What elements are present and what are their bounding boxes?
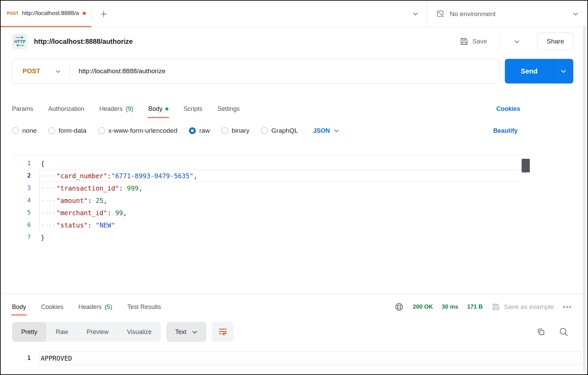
request-tabs: Params Authorization Headers(9) Body Scr… xyxy=(1,87,587,113)
tab-list-dropdown-button[interactable] xyxy=(410,10,421,18)
globe-icon[interactable] xyxy=(394,302,404,312)
code-line[interactable]: 5····"merchant_id":·99, xyxy=(12,207,520,219)
tab-headers[interactable]: Headers(9) xyxy=(99,105,133,113)
save-as-example-label: Save as example xyxy=(504,303,554,311)
chevron-down-icon xyxy=(192,331,197,334)
save-button[interactable]: Save xyxy=(459,37,487,46)
search-icon[interactable] xyxy=(559,327,569,337)
word-wrap-button[interactable] xyxy=(212,322,234,342)
status-badge[interactable]: 200 OK xyxy=(413,303,433,310)
line-number: 1 xyxy=(12,157,31,170)
response-time[interactable]: 30 ms xyxy=(442,303,458,310)
cookies-link[interactable]: Cookies xyxy=(496,105,520,113)
share-button[interactable]: Share xyxy=(537,33,573,50)
response-tabs: Body Cookies Headers(5) Test Results 200… xyxy=(1,302,587,312)
beautify-link[interactable]: Beautify xyxy=(493,127,517,134)
environment-selector[interactable]: No environment xyxy=(426,1,587,27)
tab-params[interactable]: Params xyxy=(12,105,33,113)
copy-icon[interactable] xyxy=(536,327,546,337)
chevron-down-icon xyxy=(561,69,566,73)
divider xyxy=(91,8,92,20)
send-button[interactable]: Send xyxy=(505,59,573,83)
request-tab[interactable]: POST http://localhost:8888/a xyxy=(1,1,91,27)
tab-settings[interactable]: Settings xyxy=(217,105,240,113)
request-body-editor[interactable]: 1{2····"card_number":"6771-8993-0479-563… xyxy=(12,155,520,294)
radio-x-www-form-urlencoded[interactable]: x-www-form-urlencoded xyxy=(98,127,178,134)
response-tab-test-results[interactable]: Test Results xyxy=(127,303,161,311)
radio-circle xyxy=(12,127,19,134)
send-options-chevron[interactable] xyxy=(553,59,573,83)
more-options-icon[interactable] xyxy=(563,305,572,309)
line-number: 6 xyxy=(12,219,31,231)
divider xyxy=(500,36,500,47)
line-number: 1 xyxy=(12,351,31,365)
code-content: APPROVED xyxy=(39,351,581,365)
code-line[interactable]: 7} xyxy=(12,231,520,244)
method-selector[interactable]: POST xyxy=(12,67,69,75)
save-as-example-button[interactable]: Save as example xyxy=(491,302,554,311)
code-content: ····"status":·"NEW" xyxy=(39,219,520,231)
tab-scripts[interactable]: Scripts xyxy=(183,105,202,113)
editor-scrollbar-thumb[interactable] xyxy=(522,159,530,172)
radio-circle-selected xyxy=(189,127,196,134)
view-raw[interactable]: Raw xyxy=(47,322,77,342)
response-headers-count: (5) xyxy=(105,303,112,311)
tab-title: http://localhost:8888/a xyxy=(22,10,79,17)
request-header: HTTP http://localhost:8888/authorize Sav… xyxy=(1,27,587,55)
response-toolbar-right xyxy=(536,327,569,337)
line-number: 4 xyxy=(12,194,31,207)
radio-binary[interactable]: binary xyxy=(221,127,250,134)
code-content: ····"merchant_id":·99, xyxy=(39,207,520,219)
tab-authorization[interactable]: Authorization xyxy=(48,105,84,113)
code-line[interactable]: 3····"transaction_id":·999, xyxy=(12,182,520,194)
chevron-down-icon xyxy=(55,70,61,73)
request-title: http://localhost:8888/authorize xyxy=(34,38,453,46)
view-preview[interactable]: Preview xyxy=(77,322,118,342)
code-content: } xyxy=(39,231,520,244)
url-box: POST http://localhost:8888/authorize xyxy=(12,59,500,83)
line-number: 3 xyxy=(12,182,31,194)
radio-circle xyxy=(261,127,268,134)
radio-none[interactable]: none xyxy=(12,127,37,134)
new-tab-button[interactable] xyxy=(97,7,111,21)
radio-circle xyxy=(48,127,55,134)
editor-lines: 1{2····"card_number":"6771-8993-0479-563… xyxy=(12,157,520,244)
save-options-chevron-button[interactable] xyxy=(511,37,522,46)
body-type-row: none form-data x-www-form-urlencoded raw… xyxy=(1,113,587,134)
chevron-down-icon xyxy=(334,129,339,132)
chevron-down-icon xyxy=(514,40,520,43)
radio-raw[interactable]: raw xyxy=(189,127,210,134)
code-content: ····"transaction_id":·999, xyxy=(39,182,520,194)
response-tab-body[interactable]: Body xyxy=(12,303,26,311)
code-line[interactable]: 1APPROVED xyxy=(12,351,587,365)
code-content: { xyxy=(39,157,520,170)
response-tab-headers[interactable]: Headers(5) xyxy=(78,303,112,311)
svg-text:HTTP: HTTP xyxy=(14,39,26,44)
code-line[interactable]: 6····"status":·"NEW" xyxy=(12,219,520,231)
language-selector[interactable]: JSON xyxy=(313,127,339,134)
send-label: Send xyxy=(505,59,553,83)
tab-body[interactable]: Body xyxy=(148,105,168,113)
chevron-down-icon xyxy=(413,12,418,15)
view-visualize[interactable]: Visualize xyxy=(118,322,161,342)
radio-circle xyxy=(221,127,228,134)
view-pretty[interactable]: Pretty xyxy=(12,322,47,342)
tab-method-label: POST xyxy=(7,11,18,16)
response-tab-cookies[interactable]: Cookies xyxy=(41,303,63,311)
response-body-viewer[interactable]: 1APPROVED xyxy=(1,351,587,365)
code-content: ····"card_number":"6771-8993-0479-5635", xyxy=(39,170,520,182)
radio-form-data[interactable]: form-data xyxy=(48,127,86,134)
response-lines: 1APPROVED xyxy=(12,351,587,365)
radio-graphql[interactable]: GraphQL xyxy=(261,127,298,134)
url-input[interactable]: http://localhost:8888/authorize xyxy=(70,67,499,75)
no-environment-icon xyxy=(436,9,445,18)
method-label: POST xyxy=(23,67,40,75)
code-line[interactable]: 1{ xyxy=(12,157,520,170)
chevron-down-icon xyxy=(573,12,578,15)
response-format-selector[interactable]: Text xyxy=(166,322,206,342)
response-size[interactable]: 171 B xyxy=(467,303,483,310)
code-line[interactable]: 4····"amount":·25, xyxy=(12,194,520,207)
response-view-switch: Pretty Raw Preview Visualize xyxy=(12,322,161,342)
code-line[interactable]: 2····"card_number":"6771-8993-0479-5635"… xyxy=(12,170,520,182)
page-scrollbar[interactable] xyxy=(583,25,586,372)
